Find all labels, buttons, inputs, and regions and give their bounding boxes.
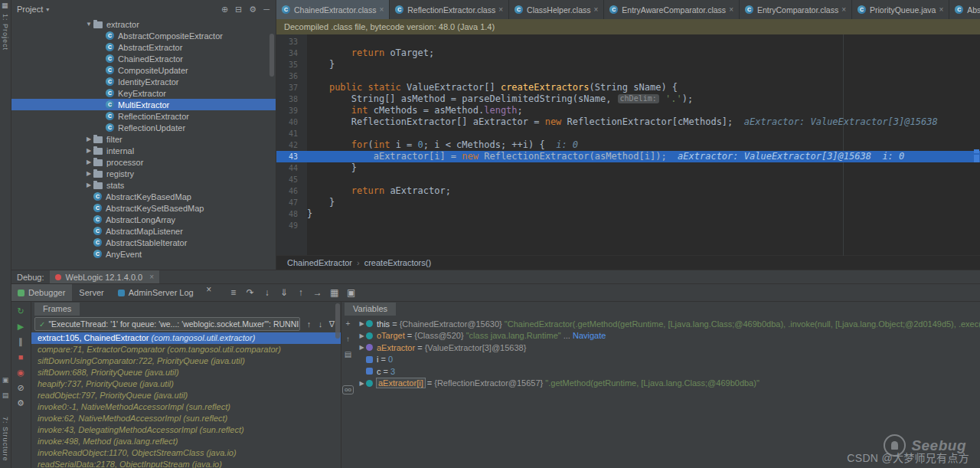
- navigate-link[interactable]: Navigate: [573, 331, 606, 340]
- code-line[interactable]: 45: [276, 174, 980, 185]
- code-line[interactable]: 47 }: [276, 197, 980, 208]
- settings-icon[interactable]: ⚙: [17, 399, 24, 407]
- tab-adminserver-log[interactable]: AdminServer Log: [111, 284, 201, 301]
- code-line[interactable]: 49: [276, 220, 980, 231]
- close-icon[interactable]: ×: [149, 273, 154, 281]
- todo-icon[interactable]: ▤: [2, 391, 9, 399]
- scrollbar-thumb[interactable]: [270, 34, 274, 77]
- tree-item[interactable]: CAnyEvent: [11, 248, 276, 260]
- tree-item[interactable]: CCompositeUpdater: [11, 64, 276, 76]
- code-line[interactable]: 39 int cMethods = asMethod.length;: [276, 105, 980, 116]
- stack-frame[interactable]: readObject:797, PriorityQueue (java.util…: [31, 390, 341, 401]
- expand-arrow-icon[interactable]: ▶: [358, 380, 366, 387]
- variable-row[interactable]: ▶aExtractor[i] = {ReflectionExtractor@15…: [354, 378, 980, 390]
- toolwindow-button-project[interactable]: 1: Project: [2, 14, 9, 51]
- collapsed-arrow-icon[interactable]: ▶: [84, 147, 93, 154]
- editor-tab[interactable]: CPriorityQueue.java×: [852, 0, 949, 19]
- stack-frame[interactable]: heapify:737, PriorityQueue (java.util): [31, 378, 341, 390]
- chevron-down-icon[interactable]: ▾: [46, 6, 49, 13]
- expand-arrow-icon[interactable]: ▶: [358, 344, 366, 351]
- rerun-icon[interactable]: ↻: [17, 307, 24, 316]
- tree-item[interactable]: ▶internal: [11, 145, 276, 156]
- code-line[interactable]: 33: [276, 36, 980, 47]
- step-over-icon[interactable]: ↷: [242, 287, 259, 298]
- editor-tab[interactable]: CClassHelper.class×: [509, 0, 604, 19]
- tree-item[interactable]: CChainedExtractor: [11, 53, 276, 64]
- tree-item[interactable]: CMultiExtractor: [11, 99, 276, 110]
- show-watches-icon[interactable]: oo: [342, 385, 354, 394]
- code-line[interactable]: 48}: [276, 208, 980, 220]
- collapsed-arrow-icon[interactable]: ▶: [84, 170, 93, 177]
- editor-tab[interactable]: CReflectionExtractor.class×: [390, 0, 509, 19]
- stack-frame[interactable]: invoke0:-1, NativeMethodAccessorImpl (su…: [31, 401, 341, 413]
- code-line[interactable]: 44 }: [276, 162, 980, 174]
- close-icon[interactable]: ×: [594, 5, 599, 14]
- tree-item[interactable]: CKeyExtractor: [11, 87, 276, 99]
- error-stripe-mark[interactable]: [974, 155, 979, 162]
- stop-icon[interactable]: ■: [18, 353, 24, 362]
- tree-item[interactable]: CIdentityExtractor: [11, 76, 276, 87]
- collapsed-arrow-icon[interactable]: ▶: [84, 136, 93, 142]
- expand-arrow-icon[interactable]: ▶: [358, 320, 366, 327]
- tab-variables[interactable]: Variables: [345, 303, 396, 316]
- tree-item[interactable]: ▶filter: [11, 133, 276, 145]
- settings-icon[interactable]: ⚙: [249, 5, 256, 15]
- view-breakpoints-icon[interactable]: ◉: [17, 368, 24, 377]
- code-line[interactable]: 37 public static ValueExtractor[] create…: [276, 82, 980, 93]
- close-icon[interactable]: ×: [498, 5, 503, 14]
- close-icon[interactable]: ×: [729, 5, 733, 14]
- close-icon[interactable]: ×: [841, 5, 846, 14]
- pause-icon[interactable]: ∥: [18, 338, 23, 346]
- scrollbar-thumb[interactable]: [335, 303, 340, 339]
- toolwindow-button-structure[interactable]: 7: Structure: [2, 417, 9, 462]
- variable-row[interactable]: ▶oTarget = {Class@520} "class java.lang.…: [354, 330, 980, 342]
- close-icon[interactable]: ×: [201, 284, 217, 301]
- tree-item[interactable]: ▶stats: [11, 179, 276, 191]
- stack-frame[interactable]: compare:71, ExtractorComparator (com.tan…: [31, 344, 341, 355]
- variable-row[interactable]: ▶this = {ChainedExtractor@15630} "Chaine…: [354, 318, 980, 330]
- editor-tab[interactable]: CChainedExtractor.class×: [276, 0, 390, 19]
- tree-item[interactable]: CReflectionUpdater: [11, 122, 276, 133]
- tree-item[interactable]: ▼extractor: [11, 18, 276, 30]
- next-frame-icon[interactable]: ↓: [315, 319, 326, 329]
- thread-selector[interactable]: ✓ "ExecuteThread: '1' for queue: 'we...:…: [34, 317, 300, 331]
- tab-server[interactable]: Server: [72, 284, 110, 301]
- variable-row[interactable]: c = 3: [354, 365, 980, 378]
- add-watch-icon[interactable]: +: [346, 319, 351, 328]
- collapsed-arrow-icon[interactable]: ▶: [84, 159, 93, 165]
- expand-arrow-icon[interactable]: ▶: [358, 332, 366, 339]
- stack-frame[interactable]: siftDown:688, PriorityQueue (java.util): [31, 367, 341, 378]
- tree-item[interactable]: CReflectionExtractor: [11, 110, 276, 122]
- step-into-icon[interactable]: ↓: [259, 287, 276, 298]
- window-menu-icon[interactable]: ▦: [2, 2, 8, 9]
- variable-row[interactable]: i = 0: [354, 354, 980, 366]
- code-editor[interactable]: 3334 return oTarget;35 }3637 public stat…: [276, 34, 980, 256]
- pin-icon[interactable]: ▣: [343, 287, 360, 298]
- breadcrumb-item[interactable]: createExtractors(): [364, 258, 431, 267]
- tree-item[interactable]: CAbstractStableIterator: [11, 237, 276, 248]
- menu-icon[interactable]: ≡: [225, 287, 242, 298]
- variable-row[interactable]: ▶aExtractor = {ValueExtractor[3]@15638}: [354, 342, 980, 354]
- code-line[interactable]: 38 String[] asMethod = parseDelimitedStr…: [276, 93, 980, 105]
- code-line[interactable]: 46 return aExtractor;: [276, 185, 980, 197]
- prev-frame-icon[interactable]: ↑: [303, 319, 315, 329]
- tree-item[interactable]: ▶registry: [11, 168, 276, 179]
- favorites-icon[interactable]: ▣: [2, 376, 9, 384]
- step-out-icon[interactable]: ↑: [292, 287, 309, 298]
- code-line-execution-point[interactable]: 43 aExtractor[i] = new ReflectionExtract…: [276, 151, 980, 162]
- editor-tab[interactable]: CEntryComparator.class×: [740, 0, 852, 19]
- force-step-into-icon[interactable]: ⇓: [276, 287, 292, 298]
- tree-item[interactable]: CAbstractCompositeExtractor: [11, 30, 276, 41]
- project-panel-title[interactable]: Project: [17, 5, 43, 14]
- hide-icon[interactable]: ─: [263, 5, 270, 15]
- code-line[interactable]: 34 return oTarget;: [276, 47, 980, 59]
- breadcrumb-item[interactable]: ChainedExtractor: [287, 258, 352, 267]
- error-stripe-mark[interactable]: [974, 149, 979, 153]
- stack-frame[interactable]: invoke:43, DelegatingMethodAccessorImpl …: [31, 424, 341, 436]
- collapsed-arrow-icon[interactable]: ▶: [84, 182, 93, 188]
- mute-breakpoints-icon[interactable]: ⊘: [17, 384, 24, 392]
- tree-item[interactable]: CAbstractKeyBasedMap: [11, 191, 276, 202]
- editor-tab[interactable]: CEntryAwareComparator.class×: [604, 0, 740, 19]
- close-icon[interactable]: ×: [379, 5, 384, 14]
- code-line[interactable]: 36: [276, 70, 980, 82]
